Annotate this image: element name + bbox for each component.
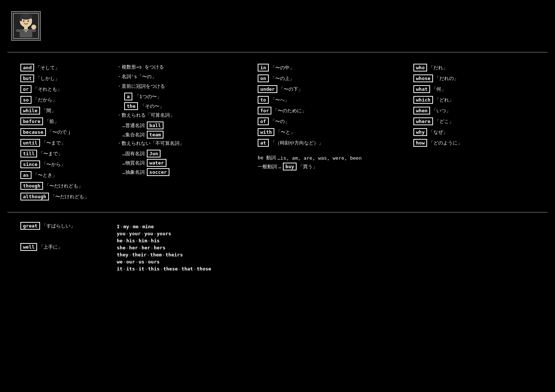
adj-item: great 「すばらしい」 bbox=[20, 222, 75, 230]
conjunction-item: although 「〜だけれども」 bbox=[20, 193, 106, 200]
pronoun-row: you-your-you-yours bbox=[117, 231, 247, 236]
pronoun-cell: these bbox=[163, 266, 178, 272]
prep-meaning: 「（時刻や方向など）」 bbox=[270, 140, 323, 146]
qw-box: when bbox=[413, 107, 430, 114]
pronoun-separator: - bbox=[135, 238, 138, 243]
pronoun-separator: - bbox=[147, 252, 150, 258]
word-box: although bbox=[20, 193, 49, 200]
example-box: water bbox=[147, 159, 166, 167]
pronoun-separator: - bbox=[126, 245, 129, 250]
preposition-item: for 「〜のために」 bbox=[258, 107, 402, 114]
pronoun-separator: - bbox=[129, 252, 132, 258]
pronoun-row: he-his-him-his bbox=[117, 238, 247, 243]
prep-box: to bbox=[258, 96, 269, 104]
pronoun-cell: it bbox=[139, 266, 145, 272]
sub-label: …普通名詞 bbox=[122, 122, 145, 129]
word-box: because bbox=[20, 128, 46, 136]
noun-rule-item: 直前に冠詞をつける bbox=[117, 83, 247, 90]
prep-meaning: 「〜と」 bbox=[276, 129, 295, 136]
col-nouns: 複数形→s をつける名詞's「〜の」直前に冠詞をつける a 「1つの〜」 the… bbox=[111, 64, 252, 203]
word-meaning: 「〜のでｊ bbox=[47, 129, 72, 136]
general-verb-ellipsis: … bbox=[278, 164, 281, 169]
adj-meaning: 「すばらしい」 bbox=[42, 223, 75, 229]
article-box: a bbox=[124, 93, 132, 100]
pronoun-separator: - bbox=[141, 231, 144, 236]
word-box: while bbox=[20, 107, 40, 114]
adj-meaning: 「上手に」 bbox=[39, 244, 63, 250]
svg-rect-2 bbox=[20, 17, 22, 21]
pronoun-cell: it bbox=[117, 266, 123, 272]
word-box: as bbox=[20, 171, 32, 179]
conjunction-item: so 「だから」 bbox=[20, 96, 106, 104]
prep-meaning: 「〜へ」 bbox=[270, 97, 290, 103]
pronoun-cell: they bbox=[117, 252, 128, 258]
adj-item: well 「上手に」 bbox=[20, 243, 63, 251]
preposition-item: at 「（時刻や方向など）」 bbox=[258, 139, 402, 147]
qw-box: whose bbox=[413, 74, 433, 82]
example-box: Jun bbox=[147, 150, 161, 157]
question-word-item: where 「どこ」 bbox=[413, 117, 521, 125]
prep-box: under bbox=[258, 85, 277, 93]
word-meaning: 「〜とき」 bbox=[33, 172, 57, 179]
pronoun-table: I-my-me-mineyou-your-you-yourshe-his-him… bbox=[117, 224, 247, 272]
question-word-item: when 「いつ」 bbox=[413, 107, 521, 114]
pronoun-row: they-their-them-theirs bbox=[117, 252, 247, 258]
word-box: so bbox=[20, 96, 32, 104]
word-meaning: 「だから」 bbox=[33, 97, 57, 103]
pronoun-separator: - bbox=[194, 266, 196, 272]
bottom-col1: great 「すばらしい」 well 「上手に」 bbox=[15, 222, 111, 272]
pronoun-cell: this bbox=[148, 266, 159, 272]
word-meaning: 「前」 bbox=[44, 118, 59, 125]
pronoun-separator: - bbox=[120, 224, 123, 229]
general-verb-meaning: 「買う」 bbox=[298, 163, 317, 170]
pronoun-separator: - bbox=[126, 231, 129, 236]
word-box: before bbox=[20, 117, 43, 125]
conjunction-item: though 「〜だけれども」 bbox=[20, 182, 106, 190]
adj-box: well bbox=[20, 243, 37, 251]
conjunction-list: and 「そして」 but 「しかし」 or 「それとも」 so 「だから」 w… bbox=[20, 64, 106, 203]
noun-sub-item: …固有名詞 Jun bbox=[122, 150, 247, 157]
general-verb-label: 一般動詞 bbox=[258, 163, 277, 170]
pronoun-cell: theirs bbox=[165, 252, 183, 258]
pronoun-cell: those bbox=[197, 266, 211, 272]
pronoun-separator: - bbox=[178, 266, 181, 272]
pronoun-cell: him bbox=[139, 238, 147, 243]
prep-box: for bbox=[258, 107, 271, 114]
conjunction-item: since 「〜から」 bbox=[20, 160, 106, 168]
word-box: or bbox=[20, 85, 32, 93]
conjunction-item: till 「〜まで」 bbox=[20, 150, 106, 157]
pronoun-cell: hers bbox=[154, 245, 165, 250]
pronoun-cell: mine bbox=[142, 224, 154, 229]
be-verb-section: be 動詞 …is, am, are, was, were, been 一般動詞… bbox=[258, 155, 402, 170]
pronoun-cell: your bbox=[129, 231, 141, 236]
conjunction-item: as 「〜とき」 bbox=[20, 171, 106, 179]
noun-rule-item: 複数形→s をつける bbox=[117, 64, 247, 70]
pronoun-separator: - bbox=[151, 245, 153, 250]
sub-label: …集合名詞 bbox=[122, 132, 145, 138]
prep-box: in bbox=[258, 64, 269, 72]
pronoun-cell: our bbox=[126, 259, 135, 265]
section-divider bbox=[7, 212, 548, 213]
example-box: ball bbox=[147, 122, 163, 129]
qw-meaning: 「いつ」 bbox=[432, 107, 451, 114]
pronoun-separator: - bbox=[135, 259, 138, 265]
svg-rect-5 bbox=[24, 27, 28, 30]
pronoun-cell: me bbox=[133, 224, 139, 229]
question-word-item: whose 「だれの」 bbox=[413, 74, 521, 82]
qw-meaning: 「どのように」 bbox=[429, 140, 462, 146]
question-word-item: why 「なぜ」 bbox=[413, 128, 521, 136]
prep-meaning: 「〜の中」 bbox=[270, 64, 294, 71]
be-verb-forms: …is, am, are, was, were, been bbox=[277, 155, 361, 161]
preposition-list: in 「〜の中」 on 「〜の上」 under 「〜の下」 to 「〜へ」 fo… bbox=[258, 64, 402, 149]
svg-rect-7 bbox=[16, 29, 20, 32]
qw-meaning: 「何」 bbox=[432, 86, 446, 93]
question-word-item: what 「何」 bbox=[413, 85, 521, 93]
pronoun-separator: - bbox=[123, 266, 126, 272]
conjunction-item: and 「そして」 bbox=[20, 64, 106, 72]
example-box: soccer bbox=[147, 168, 169, 176]
pronoun-separator: - bbox=[129, 224, 132, 229]
svg-rect-8 bbox=[32, 29, 36, 32]
header bbox=[7, 7, 548, 53]
pronoun-cell: she bbox=[117, 245, 125, 250]
pronoun-row: it-its-it-this-these-that-those bbox=[117, 266, 247, 272]
